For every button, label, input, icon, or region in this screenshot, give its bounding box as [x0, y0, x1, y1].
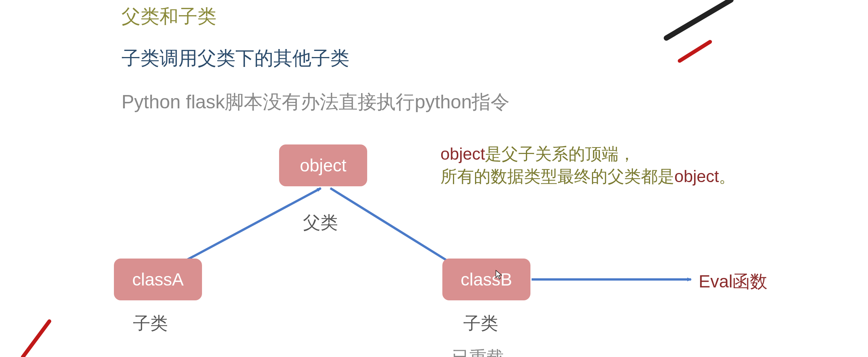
svg-line-4: [182, 188, 321, 262]
heading-parent-child: 父类和子类: [122, 4, 216, 29]
node-object: object: [279, 144, 367, 186]
svg-line-1: [680, 42, 710, 61]
annotation-object-text: object是父子关系的顶端， 所有的数据类型最终的父类都是object。: [440, 143, 735, 188]
heading-subclass-call: 子类调用父类下的其他子类: [122, 46, 349, 71]
svg-line-5: [330, 188, 450, 262]
label-parent: 父类: [303, 211, 338, 235]
node-classB: classB: [442, 259, 530, 300]
annotation-line2b: 。: [719, 167, 735, 186]
label-child-a: 子类: [133, 312, 168, 335]
label-overload: 已重载: [452, 346, 504, 357]
heading-flask-note: Python flask脚本没有办法直接执行python指令: [122, 89, 510, 115]
annotation-kw-1: object: [440, 144, 485, 163]
svg-line-0: [666, 0, 731, 38]
svg-line-2: [23, 321, 49, 357]
label-eval-function: Eval函数: [699, 270, 767, 294]
node-classA: classA: [114, 259, 202, 300]
annotation-line2a: 所有的数据类型最终的父类都是: [440, 167, 674, 186]
annotation-kw-2: object: [674, 167, 719, 186]
label-child-b: 子类: [463, 312, 498, 335]
annotation-line1: 是父子关系的顶端，: [485, 144, 635, 163]
